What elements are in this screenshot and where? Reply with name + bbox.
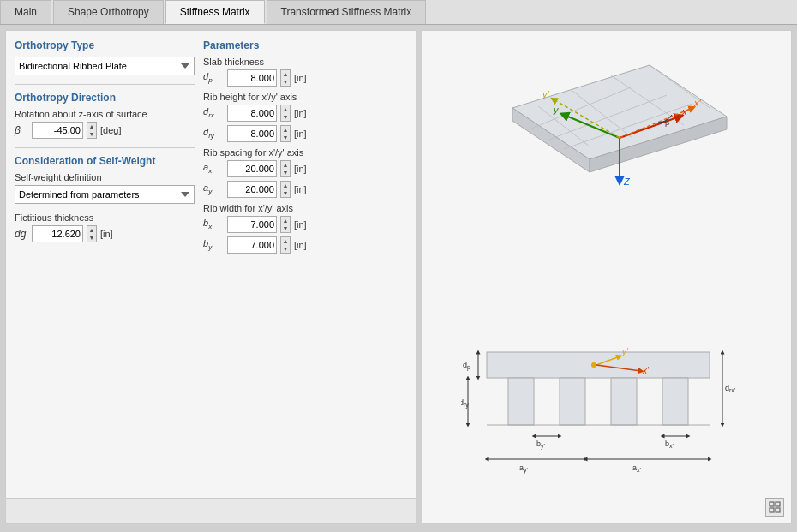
beta-spinner[interactable]: ▲ ▼ — [87, 122, 97, 139]
bx-spinner-down[interactable]: ▼ — [281, 224, 290, 232]
left-panel-inner: Orthotropy Type Bidirectional Ribbed Pla… — [5, 30, 416, 499]
fictitious-group: Fictitious thickness dg ▲ ▼ [in] — [15, 212, 195, 242]
dg-input[interactable] — [32, 225, 83, 242]
by-spinner[interactable]: ▲ ▼ — [280, 236, 291, 254]
ay-spinner[interactable]: ▲ ▼ — [280, 181, 291, 198]
orthotropy-type-title: Orthotropy Type — [15, 39, 195, 51]
left-panel: Orthotropy Type Bidirectional Ribbed Pla… — [5, 30, 416, 524]
svg-text:x': x' — [693, 98, 702, 108]
col-left: Orthotropy Type Bidirectional Ribbed Pla… — [15, 39, 195, 489]
tab-main[interactable]: Main — [0, 0, 51, 24]
svg-text:Z: Z — [623, 176, 631, 187]
dp-unit: [in] — [294, 73, 307, 83]
beta-spinner-up[interactable]: ▲ — [87, 123, 96, 130]
drx-row: drx ▲ ▼ [in] — [203, 105, 407, 122]
by-symbol: by — [203, 238, 224, 251]
drx-input[interactable] — [227, 105, 277, 122]
svg-text:bx': bx' — [665, 439, 674, 449]
svg-rect-23 — [560, 378, 585, 425]
ax-input[interactable] — [227, 160, 277, 177]
parameters-title: Parameters — [203, 39, 407, 51]
expand-button[interactable] — [765, 498, 784, 517]
svg-rect-24 — [611, 378, 637, 425]
beta-input[interactable] — [32, 122, 83, 139]
svg-rect-46 — [770, 502, 774, 506]
left-bottom-bar — [5, 499, 416, 524]
bx-row: bx ▲ ▼ [in] — [203, 216, 407, 233]
rib-width-section: Rib width for x'/y' axis bx ▲ ▼ [in] by — [203, 203, 407, 254]
rib-height-section: Rib height for x'/y' axis drx ▲ ▼ [in] d… — [203, 92, 407, 142]
ax-row: ax ▲ ▼ [in] — [203, 160, 407, 177]
beta-spinner-down[interactable]: ▼ — [87, 130, 96, 138]
drx-spinner-down[interactable]: ▼ — [281, 113, 290, 121]
drx-unit: [in] — [294, 108, 307, 118]
dry-spinner-down[interactable]: ▼ — [281, 134, 290, 141]
tabs-bar: Main Shape Orthotropy Stiffness Matrix T… — [0, 0, 797, 25]
svg-rect-48 — [770, 508, 774, 512]
dp-spinner[interactable]: ▲ ▼ — [280, 69, 291, 87]
svg-text:x: x — [681, 106, 687, 117]
svg-text:by': by' — [536, 439, 545, 450]
bx-unit: [in] — [294, 219, 307, 230]
self-weight-select[interactable]: Determined from parameters — [15, 185, 195, 204]
by-spinner-down[interactable]: ▼ — [281, 245, 290, 253]
orthotropy-direction-title: Orthotropy Direction — [15, 92, 195, 104]
dp-spinner-down[interactable]: ▼ — [281, 78, 290, 86]
bx-input[interactable] — [227, 216, 277, 233]
dry-spinner-up[interactable]: ▲ — [281, 126, 290, 134]
ax-spinner-down[interactable]: ▼ — [281, 169, 290, 176]
dg-symbol: dg — [15, 228, 28, 240]
orthotropy-type-select[interactable]: Bidirectional Ribbed Plate — [15, 57, 195, 75]
svg-text:β: β — [665, 118, 669, 127]
drx-spinner-up[interactable]: ▲ — [281, 105, 290, 113]
ax-symbol: ax — [203, 162, 224, 175]
ay-unit: [in] — [294, 184, 307, 194]
slab-thickness-row: dp ▲ ▼ [in] — [203, 69, 407, 87]
dry-input[interactable] — [227, 125, 277, 142]
ax-unit: [in] — [294, 164, 307, 174]
divider-1 — [15, 84, 195, 85]
dp-input[interactable] — [227, 69, 277, 87]
by-row: by ▲ ▼ [in] — [203, 236, 407, 254]
svg-text:dp: dp — [463, 361, 470, 371]
rib-spacing-label: Rib spacing for x'/y' axis — [203, 147, 407, 158]
tab-stiffness-matrix[interactable]: Stiffness Matrix — [165, 0, 265, 24]
dg-spinner-up[interactable]: ▲ — [87, 226, 96, 234]
beta-symbol: β — [15, 124, 28, 136]
by-spinner-up[interactable]: ▲ — [281, 237, 290, 245]
rib-height-label: Rib height for x'/y' axis — [203, 92, 407, 102]
ay-spinner-down[interactable]: ▼ — [281, 189, 290, 197]
dg-spinner[interactable]: ▲ ▼ — [87, 225, 97, 242]
bx-spinner[interactable]: ▲ ▼ — [280, 216, 291, 233]
by-input[interactable] — [227, 236, 277, 254]
dp-symbol: dp — [203, 71, 224, 84]
expand-icon-container[interactable] — [765, 498, 784, 517]
svg-rect-22 — [508, 378, 534, 425]
svg-text:x': x' — [642, 366, 650, 375]
svg-rect-25 — [662, 378, 688, 425]
ax-spinner-up[interactable]: ▲ — [281, 161, 290, 169]
bx-spinner-up[interactable]: ▲ — [281, 217, 290, 224]
dry-spinner[interactable]: ▲ ▼ — [280, 125, 291, 142]
dry-row: dry ▲ ▼ [in] — [203, 125, 407, 142]
dg-spinner-down[interactable]: ▼ — [87, 234, 96, 242]
fictitious-row: dg ▲ ▼ [in] — [15, 225, 195, 242]
orthotropy-direction-row: β ▲ ▼ [deg] — [15, 122, 195, 139]
dg-unit: [in] — [100, 229, 113, 239]
tab-shape-orthotropy[interactable]: Shape Orthotropy — [53, 0, 164, 24]
dp-spinner-up[interactable]: ▲ — [281, 70, 290, 78]
drx-spinner[interactable]: ▲ ▼ — [280, 105, 291, 122]
drx-symbol: drx — [203, 106, 224, 119]
self-weight-title: Consideration of Self-Weight — [15, 155, 195, 167]
svg-point-41 — [591, 362, 596, 368]
beta-unit: [deg] — [100, 125, 121, 135]
fictitious-label: Fictitious thickness — [15, 212, 195, 223]
ay-spinner-up[interactable]: ▲ — [281, 182, 290, 189]
right-panel: Z x y x' y' β — [422, 30, 792, 524]
bottom-diagram: dp dry drx' bx' by' ay' ax' y' — [461, 326, 752, 515]
ay-input[interactable] — [227, 181, 277, 198]
orthotropy-direction-label: Rotation about z-axis of surface — [15, 109, 195, 119]
col-right: Parameters Slab thickness dp ▲ ▼ [in] Ri… — [203, 39, 407, 489]
ax-spinner[interactable]: ▲ ▼ — [280, 160, 291, 177]
tab-transformed[interactable]: Transformed Stiffness Matrix — [267, 0, 427, 24]
